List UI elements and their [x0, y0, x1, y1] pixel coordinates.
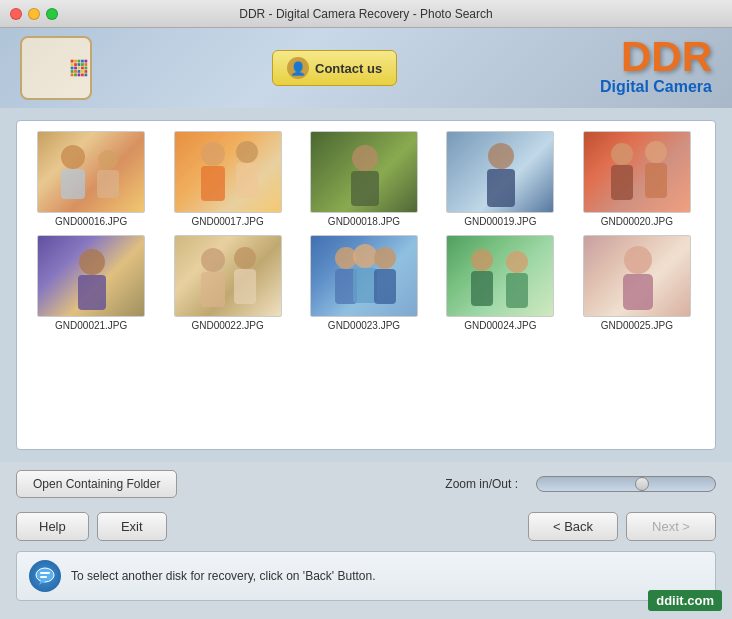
photo-thumb	[446, 235, 554, 317]
svg-rect-13	[81, 67, 84, 70]
photo-item-GND00025[interactable]: GND00025.JPG	[573, 235, 701, 331]
photo-thumb	[310, 235, 418, 317]
svg-point-39	[645, 141, 667, 163]
svg-rect-19	[84, 70, 87, 73]
photo-thumb	[37, 235, 145, 317]
photo-label: GND00021.JPG	[55, 320, 127, 331]
photo-label: GND00022.JPG	[191, 320, 263, 331]
svg-rect-0	[71, 60, 74, 63]
svg-rect-20	[71, 74, 74, 77]
back-button[interactable]: < Back	[528, 512, 618, 541]
svg-rect-2	[78, 60, 81, 63]
photo-thumb	[583, 235, 691, 317]
svg-rect-7	[78, 63, 81, 66]
photo-item-GND00024[interactable]: GND00024.JPG	[436, 235, 564, 331]
status-bar: To select another disk for recovery, cli…	[16, 551, 716, 601]
header: 👤 Contact us DDR Digital Camera	[0, 28, 732, 108]
photo-item-GND00022[interactable]: GND00022.JPG	[163, 235, 291, 331]
svg-rect-56	[506, 273, 528, 308]
photo-label: GND00025.JPG	[601, 320, 673, 331]
contact-button[interactable]: 👤 Contact us	[272, 50, 397, 86]
svg-rect-54	[471, 271, 493, 306]
svg-point-37	[611, 143, 633, 165]
svg-point-29	[201, 142, 225, 166]
zoom-slider[interactable]	[536, 476, 716, 492]
window-title: DDR - Digital Camera Recovery - Photo Se…	[239, 7, 492, 21]
svg-rect-1	[74, 60, 77, 63]
photo-item-GND00023[interactable]: GND00023.JPG	[300, 235, 428, 331]
svg-rect-3	[81, 60, 84, 63]
svg-point-35	[488, 143, 514, 169]
svg-point-25	[61, 145, 85, 169]
svg-rect-5	[71, 63, 74, 66]
svg-point-45	[234, 247, 256, 269]
photo-thumb	[583, 131, 691, 213]
help-button[interactable]: Help	[16, 512, 89, 541]
status-icon	[29, 560, 61, 592]
photo-thumb	[310, 131, 418, 213]
svg-rect-17	[78, 70, 81, 73]
exit-button[interactable]: Exit	[97, 512, 167, 541]
svg-point-41	[79, 249, 105, 275]
photo-label: GND00016.JPG	[55, 216, 127, 227]
next-button[interactable]: Next >	[626, 512, 716, 541]
photo-thumb	[37, 131, 145, 213]
photo-grid: GND00016.JPG GND00017.JPG GND00018.JPG G…	[27, 131, 705, 331]
close-button[interactable]	[10, 8, 22, 20]
message-icon	[35, 566, 55, 586]
svg-point-49	[353, 244, 377, 268]
svg-rect-50	[353, 268, 377, 303]
photo-item-GND00019[interactable]: GND00019.JPG	[436, 131, 564, 227]
svg-rect-14	[84, 67, 87, 70]
photo-item-GND00020[interactable]: GND00020.JPG	[573, 131, 701, 227]
svg-rect-38	[611, 165, 633, 200]
main-content: GND00016.JPG GND00017.JPG GND00018.JPG G…	[0, 108, 732, 462]
svg-point-27	[98, 150, 118, 170]
svg-rect-21	[74, 74, 77, 77]
svg-rect-23	[81, 74, 84, 77]
svg-rect-28	[97, 170, 119, 198]
svg-rect-42	[78, 275, 106, 310]
svg-point-51	[374, 247, 396, 269]
photo-item-GND00016[interactable]: GND00016.JPG	[27, 131, 155, 227]
svg-rect-30	[201, 166, 225, 201]
svg-rect-9	[84, 63, 87, 66]
bottom-controls: Open Containing Folder Zoom in/Out :	[0, 462, 732, 506]
svg-point-55	[506, 251, 528, 273]
logo-grid	[22, 44, 70, 92]
svg-point-31	[236, 141, 258, 163]
open-folder-button[interactable]: Open Containing Folder	[16, 470, 177, 498]
svg-rect-24	[84, 74, 87, 77]
svg-rect-40	[645, 163, 667, 198]
titlebar: DDR - Digital Camera Recovery - Photo Se…	[0, 0, 732, 28]
photo-label: GND00024.JPG	[464, 320, 536, 331]
window-controls[interactable]	[10, 8, 58, 20]
svg-rect-61	[40, 572, 50, 574]
photo-item-GND00018[interactable]: GND00018.JPG	[300, 131, 428, 227]
svg-rect-46	[234, 269, 256, 304]
contact-label: Contact us	[315, 61, 382, 76]
contact-icon: 👤	[287, 57, 309, 79]
svg-rect-32	[236, 163, 258, 198]
navigation-row: Help Exit < Back Next >	[0, 506, 732, 547]
minimize-button[interactable]	[28, 8, 40, 20]
svg-rect-26	[61, 169, 85, 199]
svg-rect-52	[374, 269, 396, 304]
svg-rect-22	[78, 74, 81, 77]
svg-rect-10	[71, 67, 74, 70]
photo-grid-container[interactable]: GND00016.JPG GND00017.JPG GND00018.JPG G…	[16, 120, 716, 450]
watermark: ddiit.com	[648, 590, 722, 611]
photo-item-GND00021[interactable]: GND00021.JPG	[27, 235, 155, 331]
svg-point-57	[624, 246, 652, 274]
svg-point-43	[201, 248, 225, 272]
svg-point-33	[352, 145, 378, 171]
brand-subtitle: Digital Camera	[600, 78, 712, 96]
svg-rect-8	[81, 63, 84, 66]
photo-thumb	[174, 235, 282, 317]
status-text: To select another disk for recovery, cli…	[71, 569, 376, 583]
svg-rect-4	[84, 60, 87, 63]
maximize-button[interactable]	[46, 8, 58, 20]
svg-rect-62	[40, 576, 47, 578]
svg-rect-58	[623, 274, 653, 310]
photo-item-GND00017[interactable]: GND00017.JPG	[163, 131, 291, 227]
